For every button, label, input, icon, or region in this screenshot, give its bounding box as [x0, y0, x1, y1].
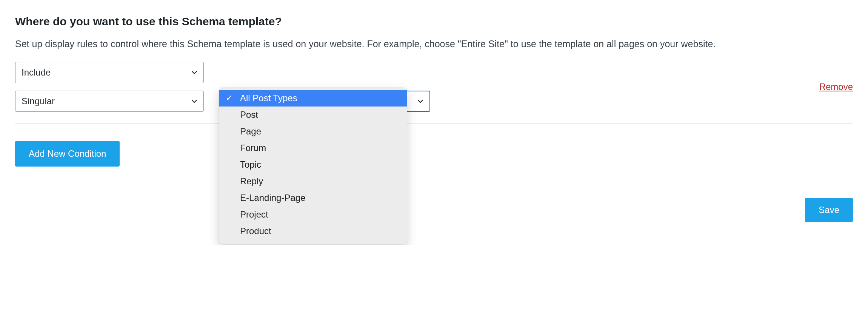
dropdown-option-label: Reply: [240, 176, 263, 186]
chevron-down-icon: [191, 69, 198, 76]
condition-row: Include Singular: [15, 62, 853, 112]
scope-select[interactable]: Singular: [15, 91, 204, 112]
section-description: Set up display rules to control where th…: [15, 37, 845, 51]
dropdown-option-label: Forum: [240, 143, 266, 153]
section-heading: Where do you want to use this Schema tem…: [15, 15, 853, 28]
check-icon: ✓: [226, 93, 232, 103]
dropdown-option-label: Topic: [240, 159, 261, 170]
divider: [15, 123, 853, 124]
include-select[interactable]: Include: [15, 62, 204, 83]
chevron-down-icon: [417, 97, 424, 105]
include-select-value: Include: [22, 67, 51, 78]
dropdown-option[interactable]: Forum: [219, 140, 407, 156]
dropdown-option[interactable]: Post: [219, 107, 407, 123]
post-type-dropdown: ✓ All Post Types Post Page Forum Topic: [219, 88, 407, 244]
save-button[interactable]: Save: [805, 198, 853, 222]
dropdown-option-label: Product: [240, 226, 271, 236]
dropdown-option-label: All Post Types: [240, 93, 297, 103]
dropdown-option-label: Post: [240, 110, 258, 120]
dropdown-option[interactable]: E-Landing-Page: [219, 190, 407, 206]
dropdown-option[interactable]: Product: [219, 223, 407, 239]
dropdown-option[interactable]: Reply: [219, 173, 407, 190]
remove-condition-link[interactable]: Remove: [819, 82, 853, 92]
dropdown-option-label: Page: [240, 126, 261, 136]
chevron-down-icon: [191, 97, 198, 105]
dropdown-option[interactable]: ✓ All Post Types: [219, 90, 407, 107]
dropdown-option[interactable]: Project: [219, 206, 407, 223]
dropdown-option[interactable]: Page: [219, 123, 407, 140]
dropdown-option[interactable]: Topic: [219, 156, 407, 173]
scope-select-value: Singular: [22, 96, 55, 107]
add-condition-button[interactable]: Add New Condition: [15, 141, 120, 167]
dropdown-option-label: Project: [240, 209, 268, 219]
dropdown-option-label: E-Landing-Page: [240, 193, 305, 203]
